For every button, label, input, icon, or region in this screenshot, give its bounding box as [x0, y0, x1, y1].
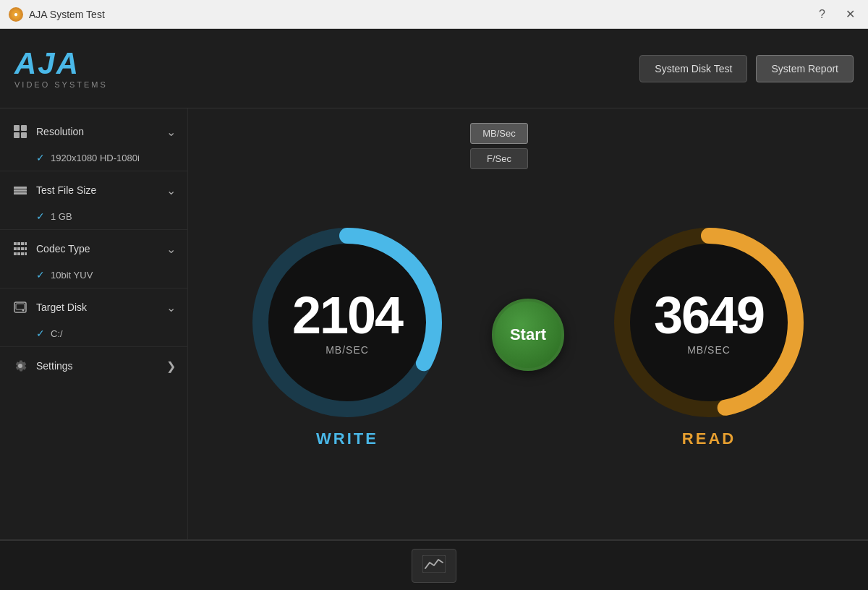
targetdisk-selected: ✓ C:/ — [0, 323, 187, 343]
app-body: AJA VIDEO SYSTEMS System Disk Test Syste… — [0, 29, 868, 590]
svg-rect-11 — [14, 247, 17, 250]
testfilesize-chevron: ⌄ — [166, 184, 176, 197]
divider-2 — [0, 229, 187, 230]
start-btn-container: Start — [492, 299, 564, 371]
svg-rect-2 — [14, 132, 20, 138]
svg-rect-5 — [14, 189, 27, 192]
svg-rect-15 — [14, 252, 17, 255]
title-bar: ● AJA System Test ? ✕ — [0, 0, 868, 29]
svg-rect-14 — [25, 247, 27, 250]
read-value: 3649 — [654, 289, 764, 341]
svg-rect-10 — [25, 242, 27, 245]
svg-rect-17 — [21, 252, 24, 255]
resolution-label: Resolution — [36, 126, 166, 137]
write-gauge: 2104 MB/SEC WRITE — [246, 221, 448, 448]
mb-sec-button[interactable]: MB/Sec — [470, 123, 528, 144]
settings-label: Settings — [36, 360, 166, 372]
write-label: WRITE — [316, 429, 378, 448]
resolution-selected: ✓ 1920x1080 HD-1080i — [0, 148, 187, 168]
settings-icon — [12, 357, 29, 375]
aja-logo-text: AJA — [14, 48, 639, 79]
help-button[interactable]: ? — [814, 5, 830, 24]
read-unit: MB/SEC — [687, 344, 731, 356]
resolution-icon — [12, 123, 29, 140]
window-controls: ? ✕ — [814, 4, 859, 24]
logo-area: AJA VIDEO SYSTEMS — [14, 48, 639, 89]
svg-rect-8 — [17, 242, 20, 245]
divider-3 — [0, 288, 187, 288]
top-bar: AJA VIDEO SYSTEMS System Disk Test Syste… — [0, 29, 868, 108]
read-gauge-circle: 3649 MB/SEC — [608, 221, 810, 424]
sidebar-item-targetdisk[interactable]: Target Disk ⌄ — [0, 291, 187, 323]
svg-point-21 — [22, 309, 25, 312]
testfilesize-check: ✓ — [36, 210, 45, 222]
sidebar-item-settings[interactable]: Settings ❯ — [0, 350, 187, 382]
testfilesize-value: 1 GB — [51, 211, 72, 222]
system-report-button[interactable]: System Report — [756, 55, 854, 82]
top-bar-buttons: System Disk Test System Report — [639, 55, 854, 82]
codectype-label: Codec Type — [36, 243, 166, 255]
targetdisk-value: C:/ — [51, 328, 63, 339]
divider-1 — [0, 171, 187, 171]
svg-rect-3 — [21, 132, 27, 138]
write-gauge-inner: 2104 MB/SEC — [246, 221, 448, 424]
read-gauge-inner: 3649 MB/SEC — [608, 221, 810, 424]
sidebar-item-codectype[interactable]: Codec Type ⌄ — [0, 233, 187, 265]
aja-logo: AJA VIDEO SYSTEMS — [14, 48, 639, 89]
unit-toggle: MB/Sec F/Sec — [470, 123, 528, 169]
sidebar: Resolution ⌄ ✓ 1920x1080 HD-1080i Test F… — [0, 108, 188, 539]
svg-rect-16 — [17, 252, 20, 255]
read-label: READ — [682, 429, 736, 448]
svg-rect-7 — [14, 242, 17, 245]
testfilesize-selected: ✓ 1 GB — [0, 206, 187, 226]
svg-rect-18 — [25, 252, 27, 255]
svg-rect-20 — [16, 304, 25, 309]
divider-4 — [0, 346, 187, 347]
chart-button[interactable] — [412, 549, 456, 583]
content-area: Resolution ⌄ ✓ 1920x1080 HD-1080i Test F… — [0, 108, 868, 539]
system-disk-test-button[interactable]: System Disk Test — [639, 55, 747, 82]
disk-icon — [12, 299, 29, 316]
codectype-check: ✓ — [36, 269, 45, 281]
testfilesize-label: Test File Size — [36, 184, 166, 196]
read-gauge: 3649 MB/SEC READ — [608, 221, 810, 448]
write-gauge-circle: 2104 MB/SEC — [246, 221, 448, 424]
targetdisk-check: ✓ — [36, 328, 45, 339]
targetdisk-label: Target Disk — [36, 302, 166, 313]
window-title: AJA System Test — [29, 9, 814, 20]
chart-icon — [422, 555, 446, 573]
gauges-row: 2104 MB/SEC WRITE Start — [246, 221, 810, 448]
svg-rect-9 — [21, 242, 24, 245]
close-button[interactable]: ✕ — [841, 4, 859, 24]
resolution-check: ✓ — [36, 152, 45, 163]
codectype-chevron: ⌄ — [166, 242, 176, 256]
layers-icon — [12, 181, 29, 199]
svg-rect-6 — [14, 192, 27, 194]
sidebar-item-resolution[interactable]: Resolution ⌄ — [0, 116, 187, 148]
codectype-selected: ✓ 10bit YUV — [0, 265, 187, 285]
video-systems-text: VIDEO SYSTEMS — [14, 80, 639, 89]
resolution-chevron: ⌄ — [166, 125, 176, 139]
settings-chevron: ❯ — [166, 359, 176, 373]
bottom-bar — [0, 539, 868, 590]
svg-rect-0 — [14, 125, 20, 131]
svg-rect-12 — [17, 247, 20, 250]
svg-rect-28 — [422, 555, 446, 573]
write-unit: MB/SEC — [326, 344, 369, 356]
codectype-value: 10bit YUV — [51, 270, 93, 281]
app-icon: ● — [9, 7, 23, 22]
resolution-value: 1920x1080 HD-1080i — [51, 153, 140, 163]
sidebar-item-testfilesize[interactable]: Test File Size ⌄ — [0, 174, 187, 206]
start-button[interactable]: Start — [492, 299, 564, 371]
svg-rect-4 — [14, 187, 27, 189]
svg-rect-13 — [21, 247, 24, 250]
main-panel: MB/Sec F/Sec — [188, 108, 868, 539]
svg-rect-1 — [21, 125, 27, 131]
targetdisk-chevron: ⌄ — [166, 301, 176, 315]
write-value: 2104 — [292, 289, 402, 341]
codec-icon — [12, 240, 29, 257]
f-sec-button[interactable]: F/Sec — [470, 148, 528, 169]
